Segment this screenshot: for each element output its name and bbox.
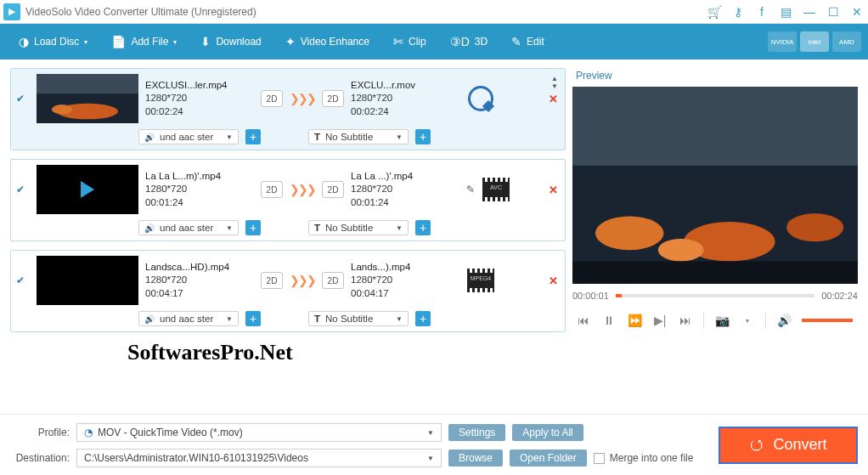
edit-button[interactable]: ✎Edit	[499, 24, 556, 59]
speaker-icon: 🔊	[144, 133, 155, 142]
remove-item-button[interactable]: ✕	[549, 93, 558, 105]
item-checkbox[interactable]: ✔	[16, 274, 30, 286]
edit-icon: ✎	[511, 35, 521, 48]
subtitle-select[interactable]: TNo Subtitle▼	[308, 220, 409, 235]
format-badge[interactable]	[466, 85, 495, 112]
next-button[interactable]: ⏭	[674, 309, 696, 331]
open-folder-button[interactable]: Open Folder	[510, 450, 587, 467]
add-audio-button[interactable]: +	[245, 220, 261, 235]
close-icon[interactable]: ✕	[849, 5, 865, 19]
browse-button[interactable]: Browse	[448, 450, 503, 467]
svg-rect-5	[572, 87, 858, 166]
add-subtitle-button[interactable]: +	[415, 311, 431, 326]
file-item[interactable]: ✔La La L...m)'.mp41280*72000:01:242D❯❯❯2…	[10, 159, 566, 241]
arrow-icon: ❯❯❯	[290, 274, 315, 287]
subtitle-select[interactable]: TNo Subtitle▼	[308, 311, 409, 326]
quicktime-icon: ◔	[84, 427, 93, 438]
video-thumbnail[interactable]	[37, 256, 138, 305]
move-up-button[interactable]: ▲	[551, 76, 558, 82]
maximize-icon[interactable]: ☐	[826, 5, 841, 19]
app-logo: ▶	[3, 3, 20, 20]
snapshot-button[interactable]: 📷	[711, 309, 733, 331]
scissors-icon: ✄	[393, 35, 403, 48]
pause-button[interactable]: ⏸	[598, 309, 620, 331]
move-down-button[interactable]: ▼	[551, 83, 558, 90]
format-badge[interactable]: AVC	[482, 176, 510, 203]
cart-icon[interactable]: 🛒	[707, 5, 722, 19]
prev-button[interactable]: ⏮	[572, 309, 595, 331]
download-icon: ⬇	[200, 35, 211, 48]
add-subtitle-button[interactable]: +	[415, 129, 431, 144]
gpu-badge-amd: AMD	[832, 31, 861, 52]
file-item[interactable]: ✔Landsca...HD).mp41280*72000:04:172D❯❯❯2…	[10, 250, 566, 332]
clip-button[interactable]: ✄Clip	[381, 24, 438, 59]
preview-title: Preview	[572, 68, 858, 87]
source-resolution: 1280*720	[145, 183, 254, 196]
convert-button[interactable]: ⭯ Convert	[719, 427, 858, 464]
fastfwd-button[interactable]: ⏩	[623, 309, 645, 331]
target-2d-badge[interactable]: 2D	[322, 272, 344, 289]
svg-point-3	[52, 105, 72, 115]
load-disc-button[interactable]: ◑Load Disc▾	[7, 24, 99, 59]
target-filename: EXCLU...r.mov	[351, 79, 459, 93]
source-duration: 00:04:17	[145, 287, 254, 301]
key-icon[interactable]: ⚷	[730, 5, 746, 19]
target-resolution: 1280*720	[351, 92, 459, 105]
speaker-icon: 🔊	[144, 314, 155, 324]
target-2d-badge[interactable]: 2D	[322, 181, 344, 198]
item-checkbox[interactable]: ✔	[16, 184, 30, 195]
quicktime-icon	[468, 86, 493, 111]
main-toolbar: ◑Load Disc▾ 📄Add File▾ ⬇Download ✦Video …	[0, 24, 868, 59]
add-file-button[interactable]: 📄Add File▾	[99, 24, 189, 59]
settings-button[interactable]: Settings	[448, 424, 505, 441]
checkbox-icon[interactable]	[594, 453, 605, 464]
minimize-icon[interactable]: —	[802, 5, 817, 19]
remove-item-button[interactable]: ✕	[549, 274, 558, 287]
snapshot-menu-button[interactable]: ▾	[736, 309, 758, 331]
facebook-icon[interactable]: f	[754, 5, 769, 19]
volume-slider[interactable]	[802, 319, 853, 322]
title-bar: ▶ VideoSolo Video Converter Ultimate (Un…	[0, 0, 868, 24]
add-audio-button[interactable]: +	[245, 311, 261, 326]
profile-select[interactable]: ◔ MOV - QuickTime Video (*.mov)▼	[76, 423, 442, 442]
wand-icon: ✦	[285, 35, 296, 48]
gpu-badge-intel: intel	[800, 31, 829, 52]
3d-button[interactable]: ③D3D	[438, 24, 499, 59]
subtitle-select[interactable]: TNo Subtitle▼	[308, 129, 409, 144]
source-2d-badge[interactable]: 2D	[261, 272, 283, 289]
source-filename: EXCLUSI...ler.mp4	[145, 79, 254, 93]
volume-icon[interactable]: 🔊	[773, 309, 795, 331]
destination-select[interactable]: C:\Users\Administrator.WIN10-610131925\V…	[76, 449, 442, 467]
preview-seek-track[interactable]	[616, 294, 814, 297]
video-thumbnail[interactable]	[37, 74, 138, 123]
item-checkbox[interactable]: ✔	[16, 93, 30, 105]
audio-track-select[interactable]: 🔊und aac ster▼	[138, 220, 239, 235]
audio-track-select[interactable]: 🔊und aac ster▼	[138, 129, 239, 144]
stepfwd-button[interactable]: ▶|	[649, 309, 671, 331]
merge-checkbox[interactable]: Merge into one file	[594, 452, 694, 464]
audio-track-select[interactable]: 🔊und aac ster▼	[138, 311, 239, 326]
svg-point-6	[595, 216, 664, 250]
remove-item-button[interactable]: ✕	[549, 184, 558, 196]
add-subtitle-button[interactable]: +	[415, 220, 431, 235]
download-button[interactable]: ⬇Download	[189, 24, 273, 59]
source-filename: La La L...m)'.mp4	[145, 170, 254, 184]
watermark-text: SoftwaresPro.Net	[127, 340, 293, 365]
target-filename: La La ...)'.mp4	[351, 170, 459, 184]
video-enhance-button[interactable]: ✦Video Enhance	[273, 24, 381, 59]
preview-screen[interactable]	[572, 87, 858, 284]
file-icon: 📄	[111, 35, 126, 48]
add-audio-button[interactable]: +	[245, 129, 261, 144]
menu-icon[interactable]: ▤	[778, 5, 793, 19]
source-2d-badge[interactable]: 2D	[261, 181, 283, 198]
target-2d-badge[interactable]: 2D	[322, 90, 344, 107]
video-thumbnail[interactable]	[37, 165, 138, 214]
file-item[interactable]: ✔EXCLUSI...ler.mp41280*72000:02:242D❯❯❯2…	[10, 68, 566, 150]
rename-icon[interactable]: ✎	[466, 184, 475, 195]
format-badge[interactable]: MPEG4	[466, 267, 495, 294]
profile-label: Profile:	[10, 427, 70, 438]
apply-all-button[interactable]: Apply to All	[512, 424, 583, 441]
preview-pane: Preview 00:00:01 00:02:24 ⏮ ⏸ ⏩ ▶| ⏭	[571, 59, 868, 414]
source-2d-badge[interactable]: 2D	[261, 90, 283, 107]
target-filename: Lands...).mp4	[351, 261, 459, 274]
